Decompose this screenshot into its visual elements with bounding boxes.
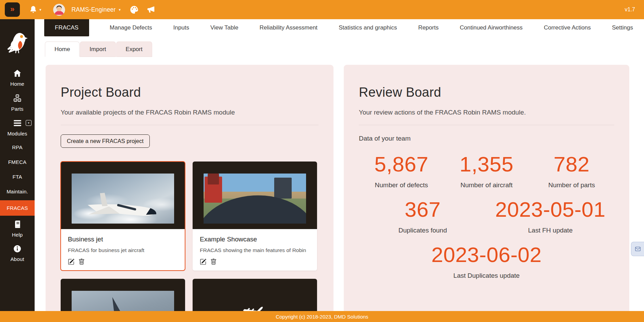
project-card-example-showcase[interactable]: Example Showcase FRACAS showing the main… [193,162,317,271]
stats-row-3: 2023-06-02 Last Duplicates update [359,243,614,279]
create-project-button[interactable]: Create a new FRACAS project [61,134,150,148]
chevron-down-icon: ▾ [119,8,121,12]
project-description: FRACAS for business jet aircraft [68,247,178,254]
stat-duplicates: 367 Duplicates found [359,198,487,234]
submarine-photo [204,174,306,224]
nav-item-reports[interactable]: Reports [418,19,439,36]
project-image-frame [193,162,317,229]
sidebar-item-maintain[interactable]: Maintain. [0,184,35,199]
nav-item-label: FRACAS [55,24,78,31]
project-name: Business jet [68,236,178,243]
sidebar-item-label: Parts [11,106,23,112]
envelope-icon [634,246,641,252]
stat-value: 5,867 [359,153,444,176]
tab-export[interactable]: Export [116,41,152,57]
nav-item-statistics-and-graphics[interactable]: Statistics and graphics [339,19,397,36]
sidebar-item-fracas[interactable]: FRACAS [0,200,35,216]
delete-project-button[interactable] [210,259,217,265]
sidebar-item-rpa[interactable]: RPA [0,140,35,155]
nav-item-label: Reports [418,24,439,31]
stat-parts: 782 Number of parts [529,153,614,189]
project-image-frame [61,162,185,229]
stat-value: 2023-05-01 [487,198,615,221]
sidebar-item-parts[interactable]: Parts [0,90,35,115]
nav-item-view-table[interactable]: View Table [210,19,239,36]
module-nav: FRACAS Manage Defects Inputs View Table … [35,19,644,39]
review-board-subtitle: Your review actions of the FRACAS Robin … [359,109,614,116]
nav-item-reliability-assessment[interactable]: Reliability Assessment [259,19,317,36]
modules-expand-icon[interactable]: ▾ [26,120,32,126]
notifications-menu[interactable]: ▾ [29,5,41,14]
project-name: Example Showcase [200,236,310,243]
user-name: RAMS-Engineer [72,6,116,13]
double-chevron-icon: » [10,5,14,13]
nav-item-manage-defects[interactable]: Manage Defects [110,19,152,36]
tab-home[interactable]: Home [45,41,80,57]
sidebar-item-fta[interactable]: FTA [0,169,35,184]
review-board-panel: Review Board Your review actions of the … [344,65,629,322]
business-jet-photo [72,174,174,224]
sidebar-item-label: Home [10,81,24,87]
feedback-widget[interactable] [631,242,644,256]
trash-icon [210,259,217,265]
chevron-down-icon: ▾ [39,8,41,12]
help-book-icon [13,220,22,230]
sidebar-item-home[interactable]: Home [0,65,35,90]
topbar: » ▾ RAMS-Engineer ▾ v1.7 [0,0,644,19]
tab-label: Export [126,46,143,53]
sidebar-item-modules[interactable]: ▾ Modules [0,115,35,140]
tab-import[interactable]: Import [80,41,116,57]
stat-label: Number of parts [529,181,614,189]
sidebar: Home Parts ▾ Modules RPA FMECA FTA Maint… [0,19,35,311]
delete-project-button[interactable] [78,259,85,265]
bell-icon [29,5,38,14]
nav-item-label: Reliability Assessment [259,24,317,31]
pencil-square-icon [200,259,206,265]
stat-label: Duplicates found [359,227,487,234]
project-board-panel: Project Board Your available projects of… [46,65,333,322]
nav-item-continued-airworthiness[interactable]: Continued Airworthiness [460,19,523,36]
sidebar-item-help[interactable]: Help [0,216,35,241]
stat-defects: 5,867 Number of defects [359,153,444,189]
sidebar-item-label: FTA [13,174,22,180]
megaphone-button[interactable] [146,5,156,14]
sidebar-item-label: FMECA [8,159,27,165]
stat-label: Last FH update [487,227,615,234]
stat-value: 367 [359,198,487,221]
sidebar-item-fmeca[interactable]: FMECA [0,155,35,169]
stat-last-fh-update: 2023-05-01 Last FH update [487,198,615,234]
nav-item-fracas[interactable]: FRACAS [44,19,89,36]
nav-item-settings[interactable]: Settings [612,19,633,36]
nav-item-inputs[interactable]: Inputs [173,19,189,36]
nav-item-label: Continued Airworthiness [460,24,523,31]
parts-icon [13,94,22,104]
copyright-text: Copyright (c) 2018-2023, DMD Solutions [276,314,368,320]
nav-item-label: Inputs [173,24,189,31]
sidebar-item-about[interactable]: About [0,241,35,265]
stats-row-1: 5,867 Number of defects 1,355 Number of … [359,153,614,189]
project-cards-grid: Business jet FRACAS for business jet air… [61,162,318,322]
review-board-title: Review Board [359,85,614,100]
edit-project-button[interactable] [200,259,206,265]
nav-item-label: Manage Defects [110,24,152,31]
nav-item-label: Corrective Actions [544,24,591,31]
user-menu[interactable]: RAMS-Engineer ▾ [41,4,121,16]
tugboat-cabin-shape [208,174,219,184]
stat-aircraft: 1,355 Number of aircraft [444,153,529,189]
sidebar-collapse-button[interactable]: » [5,2,20,17]
project-card-body: Example Showcase FRACAS showing the main… [193,229,317,271]
stats-row-2: 367 Duplicates found 2023-05-01 Last FH … [359,198,614,234]
home-icon [13,69,22,79]
tab-label: Import [89,46,106,53]
sidebar-menu: Home Parts ▾ Modules RPA FMECA FTA Maint… [0,65,35,265]
tab-label: Home [54,46,70,53]
project-card-business-jet[interactable]: Business jet FRACAS for business jet air… [61,162,185,271]
nav-item-corrective-actions[interactable]: Corrective Actions [544,19,591,36]
info-icon [13,245,22,254]
edit-project-button[interactable] [68,259,74,265]
page-tabs: Home Import Export [45,41,153,57]
sidebar-item-label: Help [12,232,23,238]
project-board-subtitle: Your available projects of the FRACAS Ro… [61,109,318,116]
app-version: v1.7 [625,7,635,13]
theme-palette-button[interactable] [130,5,139,14]
